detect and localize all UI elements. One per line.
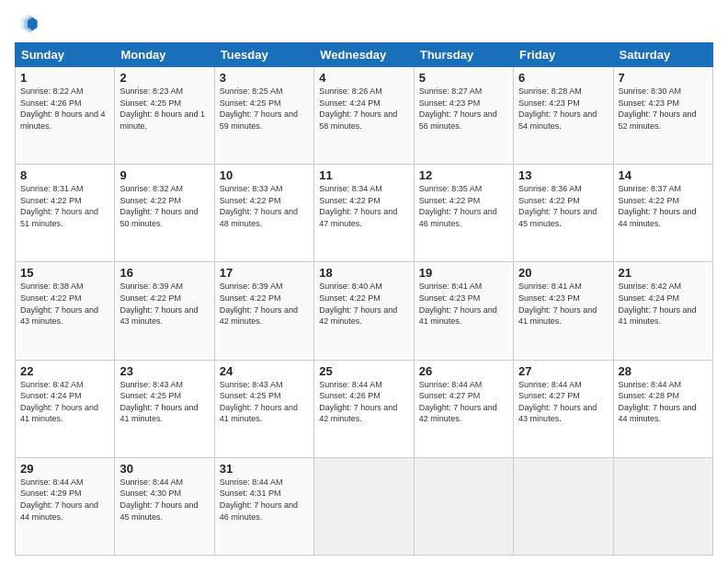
day-cell (414, 457, 513, 555)
day-number: 12 (419, 168, 508, 182)
header-cell-wednesday: Wednesday (314, 43, 414, 67)
header-cell-tuesday: Tuesday (214, 43, 313, 67)
day-number: 26 (419, 364, 508, 378)
header-cell-saturday: Saturday (613, 43, 712, 67)
day-number: 24 (220, 364, 309, 378)
day-cell: 24Sunrise: 8:43 AMSunset: 4:25 PMDayligh… (214, 360, 313, 457)
day-number: 1 (20, 71, 109, 85)
day-cell: 12Sunrise: 8:35 AMSunset: 4:22 PMDayligh… (414, 165, 513, 262)
day-info: Sunrise: 8:44 AMSunset: 4:27 PMDaylight:… (518, 379, 608, 425)
day-number: 21 (619, 266, 708, 280)
day-number: 8 (20, 168, 109, 182)
day-cell: 8Sunrise: 8:31 AMSunset: 4:22 PMDaylight… (16, 165, 115, 262)
day-cell: 7Sunrise: 8:30 AMSunset: 4:23 PMDaylight… (613, 67, 712, 165)
day-info: Sunrise: 8:39 AMSunset: 4:22 PMDaylight:… (220, 281, 309, 327)
day-number: 5 (419, 71, 508, 85)
day-number: 23 (119, 364, 209, 378)
logo-icon (15, 11, 40, 37)
week-row-1: 1Sunrise: 8:22 AMSunset: 4:26 PMDaylight… (16, 67, 713, 165)
day-info: Sunrise: 8:22 AMSunset: 4:26 PMDaylight:… (20, 86, 109, 132)
day-number: 13 (518, 168, 608, 182)
day-cell: 3Sunrise: 8:25 AMSunset: 4:25 PMDaylight… (214, 67, 313, 165)
day-cell: 26Sunrise: 8:44 AMSunset: 4:27 PMDayligh… (414, 360, 513, 457)
day-number: 3 (220, 71, 309, 85)
day-cell: 1Sunrise: 8:22 AMSunset: 4:26 PMDaylight… (16, 67, 115, 165)
day-cell: 22Sunrise: 8:42 AMSunset: 4:24 PMDayligh… (16, 360, 115, 457)
day-cell: 13Sunrise: 8:36 AMSunset: 4:22 PMDayligh… (514, 165, 613, 262)
day-cell: 30Sunrise: 8:44 AMSunset: 4:30 PMDayligh… (115, 457, 214, 555)
day-info: Sunrise: 8:39 AMSunset: 4:22 PMDaylight:… (119, 281, 209, 327)
day-cell: 9Sunrise: 8:32 AMSunset: 4:22 PMDaylight… (115, 165, 214, 262)
header (15, 11, 713, 37)
day-info: Sunrise: 8:44 AMSunset: 4:31 PMDaylight:… (220, 477, 309, 523)
week-row-2: 8Sunrise: 8:31 AMSunset: 4:22 PMDaylight… (16, 165, 713, 262)
day-info: Sunrise: 8:44 AMSunset: 4:29 PMDaylight:… (20, 477, 109, 523)
day-number: 14 (619, 168, 708, 182)
day-number: 29 (20, 462, 109, 476)
day-cell: 11Sunrise: 8:34 AMSunset: 4:22 PMDayligh… (314, 165, 414, 262)
day-number: 27 (518, 364, 608, 378)
day-cell: 18Sunrise: 8:40 AMSunset: 4:22 PMDayligh… (314, 262, 414, 360)
day-info: Sunrise: 8:38 AMSunset: 4:22 PMDaylight:… (20, 281, 109, 327)
day-info: Sunrise: 8:40 AMSunset: 4:22 PMDaylight:… (319, 281, 408, 327)
day-cell: 16Sunrise: 8:39 AMSunset: 4:22 PMDayligh… (115, 262, 214, 360)
day-info: Sunrise: 8:34 AMSunset: 4:22 PMDaylight:… (319, 183, 408, 229)
day-number: 7 (619, 71, 708, 85)
day-info: Sunrise: 8:43 AMSunset: 4:25 PMDaylight:… (119, 379, 209, 425)
day-info: Sunrise: 8:41 AMSunset: 4:23 PMDaylight:… (518, 281, 608, 327)
day-info: Sunrise: 8:27 AMSunset: 4:23 PMDaylight:… (419, 86, 508, 132)
day-info: Sunrise: 8:28 AMSunset: 4:23 PMDaylight:… (518, 86, 608, 132)
day-cell: 28Sunrise: 8:44 AMSunset: 4:28 PMDayligh… (613, 360, 712, 457)
day-cell: 31Sunrise: 8:44 AMSunset: 4:31 PMDayligh… (214, 457, 313, 555)
calendar-header: SundayMondayTuesdayWednesdayThursdayFrid… (16, 43, 713, 67)
day-info: Sunrise: 8:23 AMSunset: 4:25 PMDaylight:… (119, 86, 209, 132)
day-cell (314, 457, 414, 555)
day-number: 10 (220, 168, 309, 182)
day-cell: 15Sunrise: 8:38 AMSunset: 4:22 PMDayligh… (16, 262, 115, 360)
day-cell: 29Sunrise: 8:44 AMSunset: 4:29 PMDayligh… (16, 457, 115, 555)
day-number: 11 (319, 168, 408, 182)
day-info: Sunrise: 8:41 AMSunset: 4:23 PMDaylight:… (419, 281, 508, 327)
day-cell: 27Sunrise: 8:44 AMSunset: 4:27 PMDayligh… (514, 360, 613, 457)
day-number: 15 (20, 266, 109, 280)
day-info: Sunrise: 8:35 AMSunset: 4:22 PMDaylight:… (419, 183, 508, 229)
day-number: 30 (119, 462, 209, 476)
day-number: 18 (319, 266, 408, 280)
page: SundayMondayTuesdayWednesdayThursdayFrid… (0, 0, 728, 563)
day-number: 4 (319, 71, 408, 85)
day-info: Sunrise: 8:42 AMSunset: 4:24 PMDaylight:… (20, 379, 109, 425)
day-cell: 10Sunrise: 8:33 AMSunset: 4:22 PMDayligh… (214, 165, 313, 262)
day-cell: 4Sunrise: 8:26 AMSunset: 4:24 PMDaylight… (314, 67, 414, 165)
day-number: 20 (518, 266, 608, 280)
day-info: Sunrise: 8:31 AMSunset: 4:22 PMDaylight:… (20, 183, 109, 229)
day-number: 2 (119, 71, 209, 85)
header-cell-monday: Monday (115, 43, 214, 67)
day-cell (514, 457, 613, 555)
day-cell: 2Sunrise: 8:23 AMSunset: 4:25 PMDaylight… (115, 67, 214, 165)
day-info: Sunrise: 8:37 AMSunset: 4:22 PMDaylight:… (619, 183, 708, 229)
day-number: 31 (220, 462, 309, 476)
week-row-4: 22Sunrise: 8:42 AMSunset: 4:24 PMDayligh… (16, 360, 713, 457)
day-info: Sunrise: 8:26 AMSunset: 4:24 PMDaylight:… (319, 86, 408, 132)
week-row-3: 15Sunrise: 8:38 AMSunset: 4:22 PMDayligh… (16, 262, 713, 360)
week-row-5: 29Sunrise: 8:44 AMSunset: 4:29 PMDayligh… (16, 457, 713, 555)
logo (15, 11, 44, 37)
day-number: 16 (119, 266, 209, 280)
header-cell-sunday: Sunday (16, 43, 115, 67)
day-number: 6 (518, 71, 608, 85)
day-number: 17 (220, 266, 309, 280)
day-info: Sunrise: 8:42 AMSunset: 4:24 PMDaylight:… (619, 281, 708, 327)
day-info: Sunrise: 8:30 AMSunset: 4:23 PMDaylight:… (619, 86, 708, 132)
day-cell (613, 457, 712, 555)
day-info: Sunrise: 8:25 AMSunset: 4:25 PMDaylight:… (220, 86, 309, 132)
header-cell-thursday: Thursday (414, 43, 513, 67)
day-cell: 5Sunrise: 8:27 AMSunset: 4:23 PMDaylight… (414, 67, 513, 165)
header-row: SundayMondayTuesdayWednesdayThursdayFrid… (16, 43, 713, 67)
day-cell: 17Sunrise: 8:39 AMSunset: 4:22 PMDayligh… (214, 262, 313, 360)
day-cell: 23Sunrise: 8:43 AMSunset: 4:25 PMDayligh… (115, 360, 214, 457)
calendar-body: 1Sunrise: 8:22 AMSunset: 4:26 PMDaylight… (16, 67, 713, 556)
day-info: Sunrise: 8:43 AMSunset: 4:25 PMDaylight:… (220, 379, 309, 425)
day-number: 19 (419, 266, 508, 280)
day-number: 28 (619, 364, 708, 378)
day-number: 22 (20, 364, 109, 378)
